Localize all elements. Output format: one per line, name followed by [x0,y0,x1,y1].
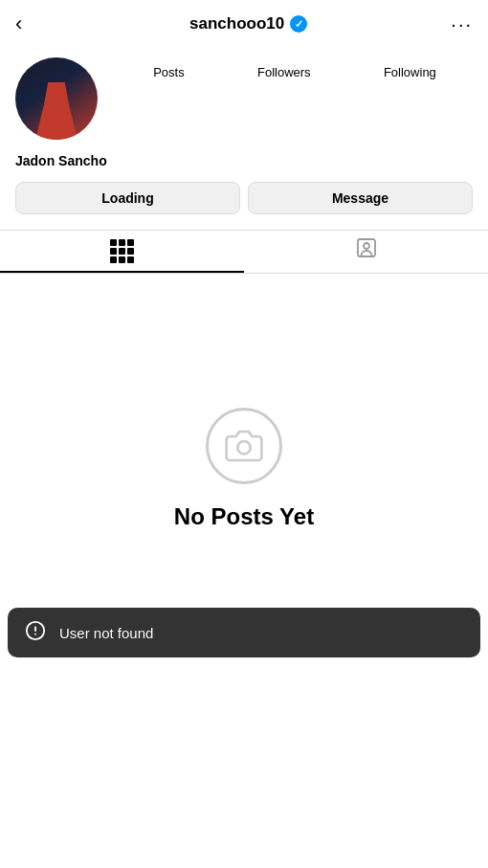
stat-followers[interactable]: Followers [257,63,311,79]
stat-following[interactable]: Following [384,63,436,79]
avatar [15,57,98,140]
no-posts-title: No Posts Yet [174,503,314,530]
header: ‹ sanchooo10 ✓ ··· [0,0,488,48]
stats-area: Posts Followers Following [117,57,473,79]
avatar-image [15,57,98,140]
profile-full-name: Jadon Sancho [0,153,488,182]
camera-icon [225,427,263,465]
more-options-button[interactable]: ··· [451,13,473,35]
following-label: Following [384,65,436,79]
back-button[interactable]: ‹ [15,11,46,36]
tagged-icon [355,236,378,265]
empty-state: No Posts Yet [0,274,488,588]
svg-rect-0 [358,239,375,256]
svg-point-1 [364,243,369,249]
stat-posts[interactable]: Posts [153,63,185,79]
tab-bar [0,230,488,273]
loading-button[interactable]: Loading [15,182,240,214]
toast-warning-icon [25,620,46,646]
toast-bar: User not found [8,608,480,657]
tab-tagged[interactable] [244,231,488,273]
followers-label: Followers [257,65,311,79]
posts-label: Posts [153,65,185,79]
svg-point-2 [237,441,250,454]
stats-row: Posts Followers Following [117,63,473,79]
camera-circle [206,408,282,484]
profile-section: Posts Followers Following [0,48,488,153]
username-area: sanchooo10 ✓ [189,14,307,33]
grid-icon [110,239,134,263]
tab-grid[interactable] [0,231,244,273]
action-buttons: Loading Message [0,182,488,230]
verified-badge-icon: ✓ [290,15,307,33]
message-button[interactable]: Message [248,182,473,214]
username: sanchooo10 [189,14,284,33]
toast-message: User not found [59,625,153,641]
